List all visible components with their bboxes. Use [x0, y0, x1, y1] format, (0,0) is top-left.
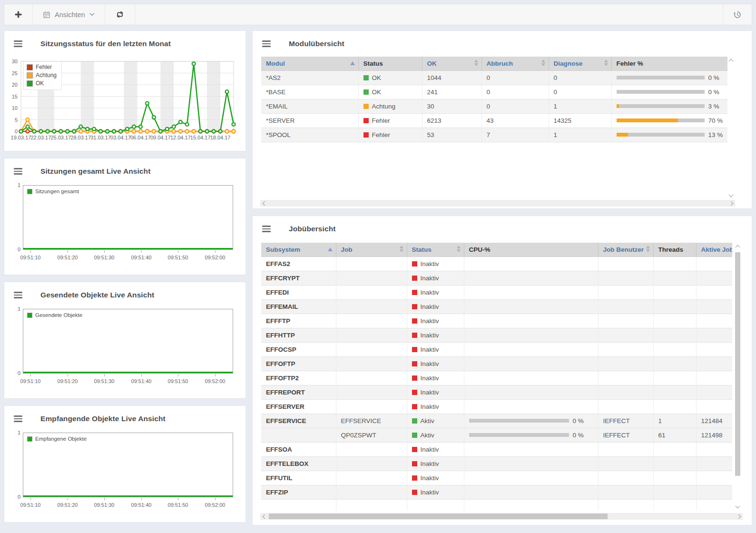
table-row[interactable]: *SPOOLFehler537113 % [261, 128, 727, 142]
vertical-scrollbar[interactable] [727, 57, 735, 199]
scrollbar-thumb[interactable] [269, 513, 608, 519]
table-row[interactable]: EFFOFTPInaktiv [261, 356, 732, 371]
job-cell [336, 314, 407, 328]
progress-label: 0 % [573, 417, 584, 424]
y-min-label: 0 [8, 494, 20, 500]
table-row[interactable]: EFFZIPInaktiv [261, 485, 732, 499]
table-row[interactable]: EFFHTTPInaktiv [261, 328, 732, 342]
abbruch-cell: 0 [481, 85, 549, 99]
column-header-status[interactable]: Status [407, 243, 464, 257]
status-cell: Inaktiv [407, 456, 464, 471]
aktive-jobs-cell: 121484 [696, 414, 732, 428]
column-header-abbruch[interactable]: Abbruch [481, 57, 549, 70]
add-panel-button[interactable] [4, 4, 33, 25]
scroll-up-button[interactable] [734, 243, 741, 250]
table-row[interactable]: QP0ZSPWTAktiv0 %IEFFECT61121498 [261, 428, 732, 442]
legend-item-achtung[interactable]: Achtung [27, 71, 57, 79]
scroll-left-button[interactable] [260, 513, 267, 520]
table-row[interactable]: *SERVERFehler6213431432570 % [261, 113, 727, 128]
table-row[interactable]: EFFREPORTInaktiv [261, 385, 732, 399]
views-dropdown[interactable]: Ansichten [33, 4, 105, 25]
scrollbar-track[interactable] [735, 250, 741, 503]
scroll-right-button[interactable] [728, 200, 735, 207]
scroll-down-button[interactable] [727, 192, 735, 199]
table-row[interactable]: EFFUTILInaktiv [261, 471, 732, 485]
legend-swatch [27, 436, 32, 442]
subsystem-cell: EFFCRYPT [261, 271, 336, 285]
table-row[interactable]: EFFEDIInaktiv [261, 285, 732, 299]
x-tick [104, 374, 105, 376]
history-icon [733, 10, 742, 19]
progress-track [617, 133, 705, 137]
y-axis-label: 0 [15, 128, 18, 134]
panel-menu-icon[interactable] [14, 291, 22, 300]
column-header-aktive-jobs[interactable]: Aktive Jobs [696, 243, 732, 257]
data-point [32, 130, 36, 133]
live-legend[interactable]: Empfangene Objekte [27, 436, 87, 442]
scrollbar-thumb[interactable] [735, 252, 740, 476]
horizontal-scrollbar[interactable] [260, 513, 743, 520]
panel-live-sitzungen: Sitzungen gesamt Live Ansicht 10 Sitzung… [4, 158, 246, 275]
column-header-job[interactable]: Job [336, 243, 407, 257]
history-button[interactable] [723, 4, 752, 25]
table-row[interactable]: EFFAS2Inaktiv [261, 257, 732, 271]
table-row[interactable]: EFFSERVERInaktiv [261, 399, 732, 414]
table-row[interactable]: EFFOCSPInaktiv [261, 342, 732, 356]
status-badge [412, 333, 417, 338]
panel-menu-icon[interactable] [14, 415, 22, 424]
live-legend[interactable]: Sitzungen gesamt [27, 188, 79, 194]
column-header-ok[interactable]: OK [422, 57, 481, 70]
table-row[interactable]: *EMAILAchtung30013 % [261, 99, 727, 113]
horizontal-scrollbar[interactable] [260, 200, 735, 207]
panel-menu-icon[interactable] [262, 225, 271, 234]
column-header-status: Status [358, 57, 422, 70]
progress-fill [617, 104, 619, 108]
sort-icon [541, 59, 545, 66]
table-row[interactable]: EFFSOAInaktiv [261, 442, 732, 456]
diagnose-cell: 1 [549, 128, 611, 142]
table-row[interactable]: EFFEMAILInaktiv [261, 299, 732, 314]
x-tick [215, 498, 216, 500]
threads-cell [653, 285, 696, 299]
column-header-subsystem[interactable]: Subsystem [261, 243, 336, 257]
status-label: Fehler [372, 117, 390, 124]
legend-swatch-achtung [27, 72, 33, 79]
column-header-job-benutzer[interactable]: Job Benutzer [598, 243, 653, 257]
table-cell [261, 499, 336, 510]
scroll-left-button[interactable] [260, 200, 267, 207]
panel-menu-icon[interactable] [14, 167, 22, 176]
column-header-diagnose[interactable]: Diagnose [549, 57, 611, 70]
table-row[interactable]: EFFFTPInaktiv [261, 314, 732, 328]
scroll-down-button[interactable] [734, 503, 741, 510]
legend-item-fehler[interactable]: Fehler [27, 63, 57, 71]
reload-layout-button[interactable] [105, 4, 135, 25]
x-axis-label: 09:51:10 [16, 255, 45, 260]
status-label: Inaktiv [421, 403, 439, 410]
fehler-pct-cell: 0 % [611, 85, 727, 99]
live-legend[interactable]: Gesendete Objekte [27, 312, 82, 318]
panel-menu-icon[interactable] [14, 39, 22, 49]
cpu-cell [464, 328, 598, 342]
status-badge [412, 347, 417, 352]
job-cell [336, 485, 407, 499]
column-header-label: OK [427, 60, 437, 67]
job-cell [336, 356, 407, 371]
table-row[interactable]: EFFOFTP2Inaktiv [261, 371, 732, 385]
legend-swatch [27, 189, 32, 194]
data-point [59, 130, 62, 133]
table-row[interactable]: *AS2OK1044000 % [261, 70, 727, 85]
legend-item-ok[interactable]: OK [27, 79, 57, 88]
scroll-up-button[interactable] [727, 57, 735, 64]
table-row[interactable]: EFFSERVICEEFFSERVICEAktiv0 %IEFFECT11214… [261, 414, 732, 428]
table-row[interactable]: *BASEOK241000 % [261, 85, 727, 99]
scroll-right-button[interactable] [736, 513, 743, 520]
vertical-scrollbar[interactable] [734, 243, 741, 510]
column-header-label: Threads [658, 246, 684, 253]
panel-menu-icon[interactable] [262, 39, 271, 49]
column-header-modul[interactable]: Modul [261, 57, 358, 70]
threads-cell [653, 271, 696, 285]
status-label: Inaktiv [421, 360, 439, 367]
table-row[interactable]: EFFTELEBOXInaktiv [261, 456, 732, 471]
table-row[interactable]: EFFCRYPTInaktiv [261, 271, 732, 285]
benutzer-cell: IEFFECT [598, 414, 653, 428]
